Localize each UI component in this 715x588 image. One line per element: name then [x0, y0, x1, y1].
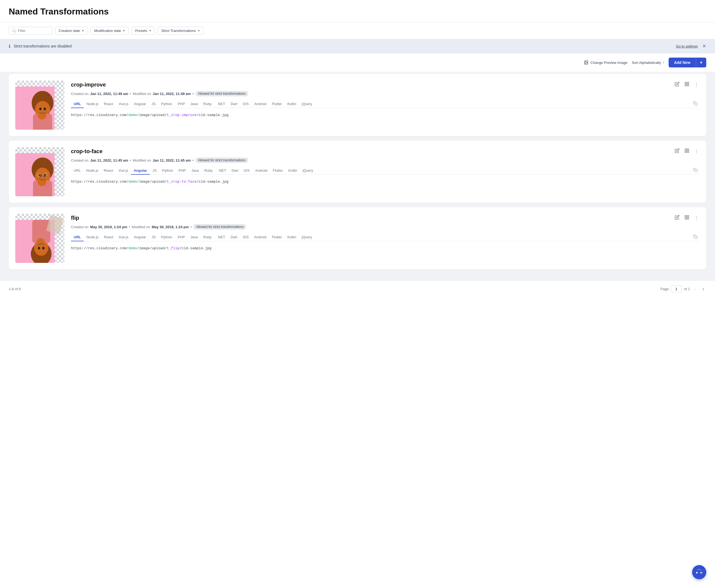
tab-js[interactable]: JS [149, 100, 158, 108]
lang-tabs: URL Node.js React Vue.js Angular JS Pyth… [71, 167, 700, 175]
card-content: crop-improve ⋮ Created on [71, 81, 700, 130]
tab-python[interactable]: Python [158, 233, 175, 241]
next-page-button[interactable]: › [700, 285, 706, 293]
svg-rect-13 [688, 85, 689, 86]
tab-nodejs[interactable]: Node.js [84, 100, 101, 108]
card-actions: ⋮ [673, 214, 700, 222]
tab-ruby[interactable]: Ruby [200, 100, 214, 108]
more-options-button[interactable]: ⋮ [693, 81, 700, 88]
tab-php[interactable]: PHP [175, 100, 188, 108]
url-display: https://res.cloudinary.com/demo/image/up… [71, 177, 700, 186]
copy-button[interactable] [691, 167, 700, 174]
tab-vuejs[interactable]: Vue.js [116, 233, 131, 241]
tab-dotnet[interactable]: .NET [214, 233, 228, 241]
copy-icon [693, 234, 697, 239]
tab-java[interactable]: Java [188, 100, 200, 108]
card-actions: ⋮ [673, 81, 700, 89]
tab-ios[interactable]: iOS [240, 100, 252, 108]
previous-page-button[interactable]: ‹ [692, 285, 698, 293]
transform-view-button[interactable] [683, 81, 690, 89]
tab-dotnet[interactable]: .NET [215, 167, 229, 175]
change-preview-button[interactable]: Change Preview Image [584, 60, 627, 65]
tab-kotlin[interactable]: Kotlin [286, 167, 300, 175]
fab-button[interactable] [692, 565, 706, 579]
tab-android[interactable]: Android [253, 167, 270, 175]
tab-flutter[interactable]: Flutter [269, 233, 285, 241]
tab-flutter[interactable]: Flutter [270, 167, 286, 175]
edit-button[interactable] [673, 214, 680, 222]
transformation-name: crop-improve [71, 82, 106, 88]
edit-button[interactable] [673, 147, 680, 155]
tab-nodejs[interactable]: Node.js [84, 167, 101, 175]
person-illustration [15, 153, 55, 196]
card-content: flip ⋮ Created on Ma [71, 214, 700, 263]
add-new-button[interactable]: Add New [669, 58, 696, 67]
tab-dart[interactable]: Dart [228, 100, 240, 108]
svg-point-2 [585, 62, 586, 62]
copy-button[interactable] [691, 233, 700, 241]
items-area: crop-improve ⋮ Created on [0, 72, 715, 280]
close-icon[interactable]: ✕ [702, 43, 706, 49]
more-options-button[interactable]: ⋮ [693, 148, 700, 155]
tab-java[interactable]: Java [188, 233, 200, 241]
tab-angular[interactable]: Angular [131, 100, 149, 108]
tab-url[interactable]: URL [71, 167, 84, 175]
svg-rect-10 [685, 82, 686, 84]
svg-rect-25 [688, 149, 689, 150]
tab-flutter[interactable]: Flutter [269, 100, 285, 108]
tab-jquery[interactable]: jQuery [300, 167, 316, 175]
presets-filter[interactable]: Presets ▼ [132, 27, 155, 35]
tab-ios[interactable]: iOS [241, 167, 253, 175]
strict-transformations-filter[interactable]: Strict Transformations ▼ [158, 27, 203, 35]
sort-alphabetically-button[interactable]: Sort Alphabetically ↑ [632, 61, 664, 65]
edit-button[interactable] [673, 81, 680, 89]
tab-angular[interactable]: Angular [131, 167, 150, 175]
svg-rect-12 [685, 85, 686, 86]
tab-react[interactable]: React [101, 233, 116, 241]
modification-date-filter[interactable]: Modification date ▼ [91, 27, 129, 35]
tab-ios[interactable]: iOS [240, 233, 252, 241]
info-banner: ℹ Strict transformations are disabled Go… [0, 39, 715, 53]
tab-php[interactable]: PHP [176, 167, 189, 175]
more-options-button[interactable]: ⋮ [693, 214, 700, 222]
footer: 1-8 of 8 Page of 1 ‹ › [0, 280, 715, 297]
tab-vuejs[interactable]: Vue.js [116, 167, 131, 175]
tab-android[interactable]: Android [251, 233, 269, 241]
tab-vuejs[interactable]: Vue.js [116, 100, 131, 108]
filter-bar: Creation date ▼ Modification date ▼ Pres… [0, 22, 715, 39]
tab-python[interactable]: Python [158, 100, 175, 108]
transformation-card: flip ⋮ Created on Ma [9, 207, 706, 269]
tab-php[interactable]: PHP [175, 233, 188, 241]
tab-dart[interactable]: Dart [229, 167, 241, 175]
tab-dart[interactable]: Dart [228, 233, 240, 241]
tab-kotlin[interactable]: Kotlin [285, 100, 299, 108]
tab-python[interactable]: Python [159, 167, 176, 175]
add-new-dropdown-button[interactable]: ▼ [696, 58, 706, 67]
tab-ruby[interactable]: Ruby [200, 233, 214, 241]
tab-ruby[interactable]: Ruby [202, 167, 215, 175]
creation-date-filter[interactable]: Creation date ▼ [55, 27, 88, 35]
page-header: Named Transformations [0, 0, 715, 22]
copy-button[interactable] [691, 100, 700, 108]
transform-view-button[interactable] [683, 147, 690, 155]
tab-react[interactable]: React [101, 167, 116, 175]
transform-view-button[interactable] [683, 214, 690, 222]
tab-nodejs[interactable]: Node.js [84, 233, 101, 241]
tab-js[interactable]: JS [149, 233, 158, 241]
page-number-input[interactable] [671, 286, 682, 292]
tab-android[interactable]: Android [251, 100, 269, 108]
tab-angular[interactable]: Angular [131, 233, 149, 241]
tab-url[interactable]: URL [71, 233, 84, 241]
tab-react[interactable]: React [101, 100, 116, 108]
tab-kotlin[interactable]: Kotlin [285, 233, 299, 241]
tab-java[interactable]: Java [189, 167, 201, 175]
tab-dotnet[interactable]: .NET [214, 100, 228, 108]
tab-jquery[interactable]: jQuery [299, 100, 315, 108]
tab-url[interactable]: URL [71, 100, 84, 108]
tab-js[interactable]: JS [150, 167, 159, 175]
tab-jquery[interactable]: jQuery [299, 233, 315, 241]
filter-input[interactable] [18, 29, 49, 33]
go-to-settings-link[interactable]: Go to settings [676, 44, 698, 48]
chevron-down-icon: ▼ [82, 29, 84, 32]
svg-rect-36 [685, 215, 686, 217]
